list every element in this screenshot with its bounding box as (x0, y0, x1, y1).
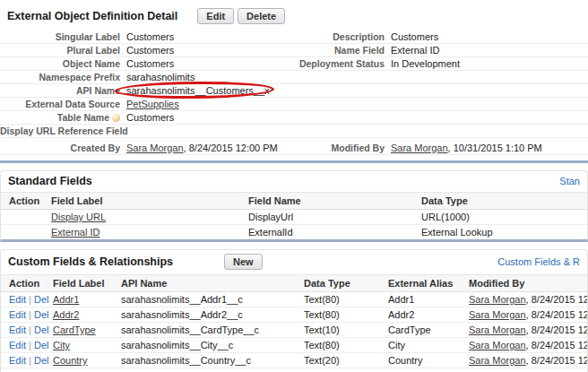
plural-label-value: Customers (125, 45, 296, 56)
standard-fields-help-link[interactable]: Stan (559, 176, 580, 186)
data-type-cell: Text(10) (300, 323, 385, 338)
external-alias-cell: Addr2 (385, 307, 465, 323)
field-label-cell: Display URL (48, 210, 245, 225)
help-icon[interactable] (112, 114, 120, 122)
delete-button[interactable]: Delete (238, 8, 285, 24)
custom-fields-table: Action Field Label API Name Data Type Ex… (1, 274, 587, 372)
api-name-cell: sarahasnolimits__City__c (117, 338, 300, 353)
del-link[interactable]: Del (34, 324, 49, 335)
modified-by-cell: Sara Morgan, 8/24/2015 12:00 PM (465, 353, 587, 368)
edit-link[interactable]: Edit (9, 324, 26, 335)
object-name-value: Customers (125, 58, 296, 69)
table-row: Edit | DelAddr2sarahasnolimits__Addr2__c… (1, 307, 587, 323)
field-label-link[interactable]: Country (53, 355, 88, 366)
custom-fields-help-link[interactable]: Custom Fields & R (497, 256, 580, 267)
external-alias-cell: Country (385, 353, 465, 368)
custom-fields-tbody: Edit | DelAddr1sarahasnolimits__Addr1__c… (1, 292, 587, 372)
field-label-cell: CreditCard (49, 368, 117, 372)
external-alias-cell: CreditCard (385, 368, 465, 372)
field-label-link[interactable]: CardType (53, 324, 96, 335)
detail-row: Singular Label Customers Description Cus… (0, 30, 588, 44)
standard-fields-tbody: Display URLDisplayUrlURL(1000)External I… (1, 210, 587, 240)
api-name-cell: sarahasnolimits__CardType__c (117, 323, 300, 338)
api-name-value: sarahasnolimits__Customers__x (126, 85, 270, 96)
action-cell: Edit | Del (1, 323, 49, 338)
column-header: Field Name (245, 193, 418, 210)
modified-by-cell: Sara Morgan, 8/24/2015 12:00 PM (465, 292, 587, 307)
field-label-link[interactable]: Display URL (51, 212, 106, 222)
data-type-cell: External Lookup (418, 225, 587, 240)
field-label: Plural Label (0, 45, 125, 56)
table-row: Edit | DelCountrysarahasnolimits__Countr… (1, 353, 587, 368)
field-label-link[interactable]: Addr1 (53, 294, 79, 305)
field-label: API Name (0, 85, 125, 96)
field-label: Description (296, 31, 390, 42)
del-link[interactable]: Del (34, 294, 49, 305)
data-type-cell: Text(20) (300, 353, 385, 368)
modified-date: , 8/24/2015 12:00 PM (526, 355, 587, 366)
api-name-cell: sarahasnolimits__CreditCard__c (117, 368, 300, 372)
table-row: Edit | DelCitysarahasnolimits__City__cTe… (1, 338, 587, 353)
data-type-cell: Text(80) (300, 292, 385, 307)
detail-row: Display URL Reference Field (0, 125, 588, 138)
modified-by-cell: Sara Morgan, 8/24/2015 12:00 PM (465, 338, 587, 353)
column-header: Action (1, 275, 49, 292)
field-label-cell: Country (49, 353, 117, 368)
action-separator: | (26, 294, 34, 305)
del-link[interactable]: Del (34, 309, 49, 320)
action-cell: Edit | Del (1, 292, 49, 307)
created-date: , 8/24/2015 12:00 PM (184, 143, 278, 153)
modified-by-cell: Sara Morgan, 8/24/2015 12:00 PM (465, 307, 587, 323)
modified-by-user-link[interactable]: Sara Morgan (469, 309, 526, 320)
field-label-cell: External ID (48, 225, 245, 240)
api-name-cell: sarahasnolimits__Addr2__c (117, 307, 300, 323)
external-data-source-link[interactable]: PetSupplies (126, 99, 179, 109)
modified-by-user-link[interactable]: Sara Morgan (469, 324, 526, 335)
modified-date: , 8/24/2015 12:00 PM (526, 340, 587, 350)
field-label-cell: Addr1 (49, 292, 117, 307)
column-header: Field Label (49, 275, 117, 292)
description-value: Customers (390, 31, 588, 42)
new-button[interactable]: New (224, 254, 263, 270)
edit-button[interactable]: Edit (197, 8, 234, 24)
field-label-cell: CardType (49, 323, 117, 338)
field-label: Created By (0, 143, 125, 153)
column-header: Data Type (418, 193, 587, 210)
modified-by-cell: Sara Morgan, 8/24/2015 12:00 PM (465, 323, 587, 338)
detail-header: External Object Definition Detail Edit D… (0, 0, 588, 30)
standard-fields-section: Standard Fields Stan Action Field Label … (0, 170, 588, 242)
created-by-user-link[interactable]: Sara Morgan (126, 143, 184, 153)
field-label: Object Name (0, 58, 125, 69)
section-title: Custom Fields & Relationships (8, 255, 173, 268)
edit-link[interactable]: Edit (9, 309, 26, 320)
column-header: API Name (117, 275, 300, 292)
edit-link[interactable]: Edit (9, 355, 26, 366)
modified-by-user-link[interactable]: Sara Morgan (469, 340, 526, 350)
field-label: Namespace Prefix (0, 72, 125, 82)
deployment-status-value: In Development (390, 58, 588, 69)
modified-by-user-link[interactable]: Sara Morgan (469, 355, 526, 366)
field-name-cell: DisplayUrl (245, 210, 418, 225)
detail-row: Namespace Prefix sarahasnolimits (0, 71, 588, 84)
action-separator: | (26, 340, 34, 350)
edit-link[interactable]: Edit (9, 340, 26, 350)
table-name-value: Customers (125, 112, 296, 123)
field-label-link[interactable]: External ID (51, 227, 99, 238)
edit-link[interactable]: Edit (9, 294, 26, 305)
table-row: Edit | DelCardTypesarahasnolimits__CardT… (1, 323, 587, 338)
api-name-cell: sarahasnolimits__Country__c (117, 353, 300, 368)
table-header-row: Action Field Label Field Name Data Type (1, 193, 587, 210)
del-link[interactable]: Del (34, 355, 49, 366)
modified-by-user-link[interactable]: Sara Morgan (391, 143, 448, 153)
namespace-prefix-value: sarahasnolimits (125, 72, 296, 82)
field-label-link[interactable]: City (53, 340, 70, 350)
field-label-link[interactable]: Addr2 (53, 309, 79, 320)
column-header: Action (1, 193, 48, 210)
del-link[interactable]: Del (34, 340, 49, 350)
detail-row: Plural Label Customers Name Field Extern… (0, 44, 588, 57)
name-field-value: External ID (390, 45, 588, 56)
detail-row: External Data Source PetSupplies (0, 98, 588, 111)
custom-fields-header: Custom Fields & Relationships New Custom… (1, 250, 587, 274)
modified-by-user-link[interactable]: Sara Morgan (469, 294, 526, 305)
table-row: Display URLDisplayUrlURL(1000) (1, 210, 587, 225)
